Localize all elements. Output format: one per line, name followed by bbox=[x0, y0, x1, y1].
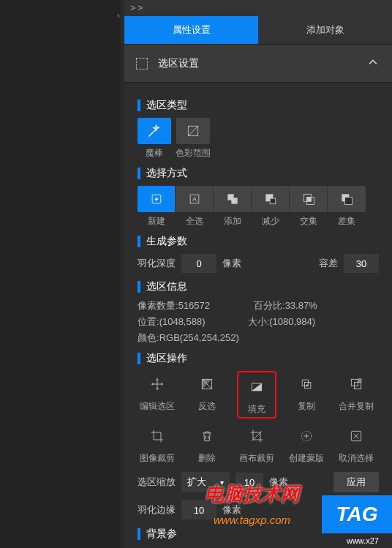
crop-icon bbox=[150, 429, 165, 443]
move-icon bbox=[150, 377, 165, 391]
trash-icon bbox=[200, 429, 214, 443]
image-crop-button[interactable] bbox=[143, 423, 172, 449]
collapse-handle-icon[interactable]: ‹ bbox=[117, 10, 120, 20]
fill-button[interactable] bbox=[242, 374, 271, 400]
invert-button[interactable] bbox=[192, 371, 222, 397]
deselect-icon bbox=[349, 429, 363, 443]
magic-wand-label: 魔棒 bbox=[146, 147, 163, 159]
fill-highlighted: 填充 bbox=[237, 371, 276, 418]
color-range-label: 色彩范围 bbox=[176, 147, 211, 159]
mode-diff-button[interactable] bbox=[328, 186, 366, 212]
plus-icon bbox=[149, 192, 164, 206]
magic-wand-button[interactable] bbox=[137, 118, 171, 144]
watermark-url: www.tagxp.com bbox=[214, 514, 290, 526]
mode-sub-label: 减少 bbox=[252, 215, 290, 228]
selection-icon bbox=[136, 58, 148, 70]
merge-copy-button[interactable] bbox=[342, 371, 371, 397]
color-range-button[interactable] bbox=[176, 118, 210, 144]
subhead-mode: 选择方式 bbox=[137, 167, 379, 180]
tag-url: www.x27 bbox=[347, 536, 379, 545]
mode-new-label: 新建 bbox=[137, 215, 176, 228]
edit-selection-button[interactable] bbox=[143, 371, 172, 397]
color-range-icon bbox=[186, 124, 200, 138]
subhead-info: 选区信息 bbox=[137, 280, 379, 293]
tolerance-label: 容差 bbox=[319, 257, 338, 270]
mode-intersect-button[interactable] bbox=[290, 186, 328, 212]
tab-add-object[interactable]: 添加对象 bbox=[258, 16, 392, 44]
mask-icon bbox=[299, 429, 314, 443]
canvas-crop-icon bbox=[249, 429, 264, 443]
info-position: 位置:(1048,588)大小:(1080,984) bbox=[137, 315, 379, 329]
zoom-apply-button[interactable]: 应用 bbox=[333, 472, 379, 492]
chevron-up-icon bbox=[366, 55, 380, 72]
breadcrumb: > > bbox=[124, 0, 392, 16]
subhead-gen: 生成参数 bbox=[137, 235, 379, 248]
mode-new-button[interactable] bbox=[137, 186, 176, 212]
copy-button[interactable] bbox=[292, 371, 321, 397]
invert-icon bbox=[200, 377, 214, 391]
canvas-crop-button[interactable] bbox=[242, 423, 271, 449]
px-unit: 像素 bbox=[222, 257, 241, 270]
sub-sel-icon bbox=[263, 192, 278, 206]
tolerance-input[interactable] bbox=[344, 254, 379, 273]
mode-all-label: 全选 bbox=[176, 215, 214, 228]
copy-icon bbox=[299, 377, 314, 391]
feather-depth-label: 羽化深度 bbox=[137, 257, 176, 270]
mode-add-label: 添加 bbox=[214, 215, 252, 228]
magic-wand-icon bbox=[147, 124, 162, 138]
mode-add-button[interactable] bbox=[214, 186, 252, 212]
info-color: 颜色:RGB(254,254,252) bbox=[137, 331, 379, 345]
add-sel-icon bbox=[225, 192, 240, 206]
diff-icon bbox=[339, 192, 354, 206]
svg-rect-10 bbox=[306, 198, 311, 202]
section-title: 选区设置 bbox=[158, 57, 366, 70]
mode-intersect-label: 交集 bbox=[290, 215, 328, 228]
tab-properties[interactable]: 属性设置 bbox=[124, 16, 258, 44]
left-empty-pane bbox=[0, 0, 121, 548]
deselect-button[interactable] bbox=[342, 423, 371, 449]
tag-badge: TAG bbox=[322, 495, 392, 533]
info-pixelcount: 像素数量:516572百分比:33.87% bbox=[137, 299, 379, 312]
intersect-icon bbox=[301, 192, 316, 206]
svg-rect-12 bbox=[345, 198, 353, 205]
feather-edge-label: 羽化边缘 bbox=[137, 503, 176, 517]
svg-text:A: A bbox=[192, 195, 197, 203]
svg-rect-5 bbox=[231, 198, 237, 203]
subhead-type: 选区类型 bbox=[137, 99, 379, 112]
svg-rect-7 bbox=[270, 198, 276, 204]
tab-bar: 属性设置 添加对象 bbox=[124, 16, 392, 45]
delete-button[interactable] bbox=[192, 423, 222, 449]
fill-icon bbox=[249, 380, 264, 394]
watermark-text: 电脑技术网 bbox=[205, 481, 300, 507]
feather-depth-input[interactable] bbox=[181, 254, 216, 273]
mode-sub-button[interactable] bbox=[252, 186, 290, 212]
zoom-sel-label: 选区缩放 bbox=[137, 476, 176, 489]
select-all-icon: A bbox=[187, 192, 202, 206]
mode-diff-label: 差集 bbox=[328, 215, 366, 228]
subhead-ops: 选区操作 bbox=[137, 352, 379, 365]
merge-copy-icon bbox=[349, 377, 363, 391]
properties-panel: > > 属性设置 添加对象 选区设置 选区类型 魔棒 色彩范围 bbox=[124, 0, 392, 548]
section-header-selection[interactable]: 选区设置 bbox=[124, 45, 392, 83]
create-mask-button[interactable] bbox=[292, 423, 321, 449]
mode-all-button[interactable]: A bbox=[176, 186, 214, 212]
